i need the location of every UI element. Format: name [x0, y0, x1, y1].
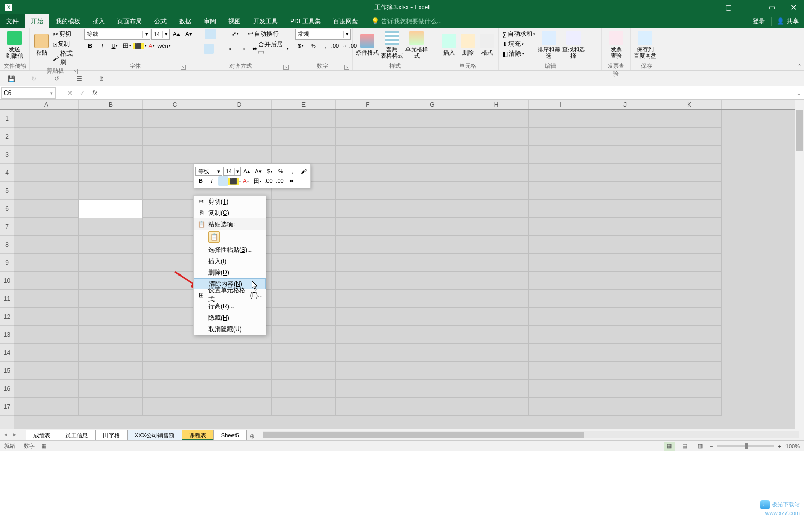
ctx-paste-special[interactable]: 选择性粘贴(S)...	[194, 244, 266, 255]
column-header[interactable]: A	[14, 100, 79, 109]
increase-indent-button[interactable]: ⇥	[238, 44, 248, 54]
column-header[interactable]: C	[143, 100, 207, 109]
column-headers[interactable]: ABCDEFGHIJK	[14, 100, 795, 110]
sheet-tab[interactable]: 员工信息	[58, 430, 96, 440]
tab-templates[interactable]: 我的模板	[49, 14, 86, 28]
ctx-hide[interactable]: 隐藏(H)	[194, 312, 266, 323]
sheet-tab-active[interactable]: 课程表	[182, 430, 214, 440]
borders-button[interactable]: 田	[121, 41, 133, 51]
mini-comma-button[interactable]: ,	[287, 167, 297, 176]
row-header[interactable]: 11	[0, 290, 14, 308]
tab-insert[interactable]: 插入	[86, 14, 111, 28]
ctx-unhide[interactable]: 取消隐藏(U)	[194, 323, 266, 335]
phonetic-button[interactable]: wén	[158, 41, 170, 51]
name-box-dropdown-icon[interactable]: ▾	[50, 90, 53, 96]
fill-button[interactable]: ⬇填充▾	[502, 40, 535, 48]
sheet-tab[interactable]: Sheet5	[213, 430, 247, 440]
font-name-combo[interactable]: 等线▾	[84, 29, 150, 40]
enter-formula-button[interactable]: ✓	[76, 89, 88, 97]
minimize-button[interactable]: —	[739, 0, 761, 14]
ctx-cut[interactable]: ✂剪切(T)	[194, 196, 266, 207]
send-to-wechat-button[interactable]: 发送到微信	[3, 29, 26, 61]
worksheet-grid[interactable]: ABCDEFGHIJK 1234567891011121314151617 等线…	[0, 100, 804, 429]
sheet-tab-nav[interactable]: ◄►	[0, 432, 21, 437]
zoom-in-button[interactable]: +	[778, 443, 781, 449]
save-button[interactable]: 💾	[5, 72, 17, 85]
row-header[interactable]: 14	[0, 344, 14, 362]
ctx-copy[interactable]: ⎘复制(C)	[194, 207, 266, 218]
align-top-button[interactable]: ≡	[192, 29, 204, 39]
print-preview-button[interactable]: 🗎	[96, 72, 108, 85]
collapse-ribbon-button[interactable]: ^	[798, 64, 801, 69]
ctx-format-cells[interactable]: ⊞设置单元格格式(F)...	[194, 289, 266, 301]
column-header[interactable]: B	[79, 100, 143, 109]
close-button[interactable]: ✕	[782, 0, 804, 14]
alignment-dialog-icon[interactable]: ↘	[283, 65, 289, 70]
row-header[interactable]: 17	[0, 398, 14, 416]
paste-button[interactable]: 粘贴	[33, 29, 51, 61]
format-cells-button[interactable]: 格式	[478, 29, 495, 61]
page-layout-view-button[interactable]: ▤	[679, 442, 690, 451]
sheet-tab[interactable]: 成绩表	[26, 430, 58, 440]
clear-button[interactable]: ◧清除▾	[502, 49, 535, 58]
vertical-scrollbar[interactable]	[795, 100, 804, 429]
column-header[interactable]: E	[272, 100, 336, 109]
mini-font-color-button[interactable]: A	[241, 176, 251, 186]
row-header[interactable]: 4	[0, 164, 14, 182]
column-header[interactable]: F	[336, 100, 400, 109]
tell-me[interactable]: 💡 告诉我您想要做什么...	[371, 17, 442, 26]
invoice-check-button[interactable]: 发票查验	[605, 29, 627, 61]
tab-developer[interactable]: 开发工具	[247, 14, 284, 28]
align-left-button[interactable]: ≡	[192, 44, 203, 54]
row-header[interactable]: 15	[0, 362, 14, 380]
mini-font-name-combo[interactable]: 等线▾	[195, 167, 222, 176]
tab-layout[interactable]: 页面布局	[111, 14, 148, 28]
format-painter-button[interactable]: 🖌格式刷	[53, 49, 78, 67]
zoom-out-button[interactable]: −	[710, 443, 713, 449]
ctx-delete[interactable]: 删除(D)	[194, 267, 266, 278]
normal-view-button[interactable]: ▦	[664, 442, 675, 451]
save-to-baidu-button[interactable]: 保存到百度网盘	[634, 29, 656, 61]
align-bottom-button[interactable]: ≡	[217, 29, 228, 39]
align-middle-button[interactable]: ≡	[205, 29, 216, 39]
column-header[interactable]: H	[464, 100, 529, 109]
merge-center-button[interactable]: ⬌合并后居中▾	[252, 40, 289, 58]
find-select-button[interactable]: 查找和选择	[562, 29, 585, 61]
row-headers[interactable]: 1234567891011121314151617	[0, 110, 14, 429]
fill-color-button[interactable]: ⬛	[134, 41, 145, 51]
cancel-formula-button[interactable]: ✕	[64, 89, 76, 97]
tab-baidu[interactable]: 百度网盘	[327, 14, 364, 28]
mini-font-size-combo[interactable]: 14▾	[223, 167, 241, 176]
row-header[interactable]: 1	[0, 110, 14, 128]
expand-formula-bar-button[interactable]: ⌄	[794, 89, 804, 97]
number-dialog-icon[interactable]: ↘	[344, 65, 349, 70]
tab-view[interactable]: 视图	[222, 14, 247, 28]
maximize-button[interactable]: ▭	[761, 0, 782, 14]
sign-in-button[interactable]: 登录	[746, 17, 771, 26]
delete-cells-button[interactable]: 删除	[459, 29, 476, 61]
align-right-button[interactable]: ≡	[215, 44, 225, 54]
increase-font-button[interactable]: A▴	[171, 29, 182, 40]
underline-button[interactable]: U	[109, 41, 120, 51]
insert-function-button[interactable]: fx	[88, 89, 101, 97]
select-all-button[interactable]	[0, 100, 14, 110]
percent-button[interactable]: %	[308, 41, 319, 51]
row-header[interactable]: 7	[0, 218, 14, 236]
sheet-tab[interactable]: XXX公司销售额	[127, 430, 182, 440]
column-header[interactable]: G	[400, 100, 464, 109]
ribbon-display-button[interactable]: ▢	[718, 0, 739, 14]
number-format-combo[interactable]: 常规▾	[295, 29, 351, 40]
row-header[interactable]: 12	[0, 308, 14, 326]
mini-decrease-decimal-button[interactable]: .00	[275, 176, 285, 186]
row-header[interactable]: 10	[0, 272, 14, 290]
tab-review[interactable]: 审阅	[198, 14, 222, 28]
sheet-tab[interactable]: 田字格	[95, 430, 128, 440]
mini-bold-button[interactable]: B	[195, 176, 206, 186]
format-as-table-button[interactable]: 套用表格格式	[381, 29, 403, 61]
tab-home[interactable]: 开始	[25, 14, 49, 28]
tab-pdf[interactable]: PDF工具集	[284, 14, 327, 28]
column-header[interactable]: J	[593, 100, 657, 109]
row-header[interactable]: 3	[0, 146, 14, 164]
font-size-combo[interactable]: 14▾	[151, 29, 170, 40]
name-box[interactable]: C6 ▾	[1, 87, 56, 99]
